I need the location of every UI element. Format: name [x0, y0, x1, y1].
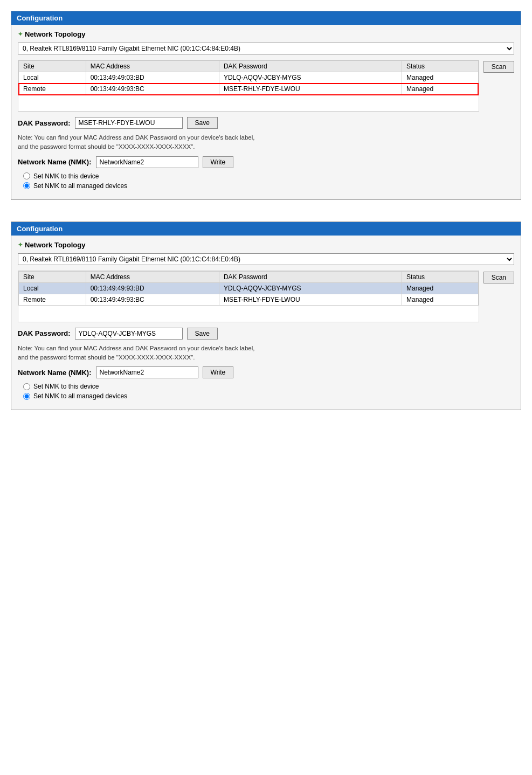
scan-button-2[interactable]: Scan [483, 272, 514, 283]
section-label-1: Network Topology [18, 30, 514, 38]
scan-area-1: Scan [479, 60, 514, 117]
table-row[interactable]: Local00:13:49:49:03:BDYDLQ-AQQV-JCBY-MYG… [19, 72, 479, 84]
table-cell-dak: YDLQ-AQQV-JCBY-MYGS [219, 282, 402, 294]
col-dak-1: DAK Password [219, 61, 402, 72]
nmk-input-1[interactable] [96, 156, 198, 168]
table-cell-mac: 00:13:49:49:93:BD [86, 282, 219, 294]
table-cell-site: Local [19, 282, 86, 294]
nmk-row-2: Network Name (NMK): Write [18, 366, 514, 378]
table-cell-site: Remote [19, 84, 86, 95]
section-label-2: Network Topology [18, 241, 514, 249]
nic-select-1[interactable]: 0, Realtek RTL8169/8110 Family Gigabit E… [18, 43, 514, 54]
config-body-2: Network Topology 0, Realtek RTL8169/8110… [11, 236, 521, 410]
device-table-1: Site MAC Address DAK Password Status Loc… [18, 60, 479, 95]
table-cell-site: Local [19, 72, 86, 84]
nmk-label-2: Network Name (NMK): [18, 369, 92, 377]
table-cell-dak: MSET-RHLY-FDYE-LWOU [219, 294, 402, 305]
config-header-2: Configuration [11, 222, 521, 236]
device-table-area-1: Site MAC Address DAK Password Status Loc… [18, 60, 479, 112]
table-cell-dak: MSET-RHLY-FDYE-LWOU [219, 84, 402, 95]
config-title-2: Configuration [17, 225, 63, 233]
radio-this-device-2[interactable] [23, 383, 30, 390]
dak-row-2: DAK Password: Save [18, 328, 514, 340]
dak-input-1[interactable] [75, 117, 183, 129]
nic-selector-row-1: 0, Realtek RTL8169/8110 Family Gigabit E… [18, 43, 514, 54]
col-status-1: Status [402, 61, 479, 72]
dak-input-2[interactable] [75, 328, 183, 340]
table-cell-status: Managed [402, 294, 479, 305]
nmk-input-2[interactable] [96, 366, 198, 378]
table-scan-row-2: Site MAC Address DAK Password Status Loc… [18, 271, 514, 328]
table-header-row-2: Site MAC Address DAK Password Status [19, 271, 479, 282]
nmk-row-1: Network Name (NMK): Write [18, 156, 514, 168]
radio-row-1a: Set NMK to this device [18, 172, 514, 180]
table-cell-dak: YDLQ-AQQV-JCBY-MYGS [219, 72, 402, 84]
table-row[interactable]: Remote00:13:49:49:93:BCMSET-RHLY-FDYE-LW… [19, 84, 479, 95]
radio-this-device-label-2: Set NMK to this device [33, 383, 99, 390]
radio-row-1b: Set NMK to all managed devices [18, 182, 514, 190]
table-cell-mac: 00:13:49:49:03:BD [86, 72, 219, 84]
note-text-2: Note: You can find your MAC Address and … [18, 344, 514, 363]
col-dak-2: DAK Password [219, 271, 402, 282]
table-empty-space-1 [18, 95, 479, 111]
write-button-1[interactable]: Write [203, 156, 234, 168]
config-header-1: Configuration [11, 11, 521, 25]
dak-row-1: DAK Password: Save [18, 117, 514, 129]
radio-all-devices-2[interactable] [23, 393, 30, 400]
dak-label-2: DAK Password: [18, 329, 71, 337]
device-table-area-2: Site MAC Address DAK Password Status Loc… [18, 271, 479, 322]
col-status-2: Status [402, 271, 479, 282]
table-scan-row-1: Site MAC Address DAK Password Status Loc… [18, 60, 514, 117]
scan-area-2: Scan [479, 271, 514, 328]
radio-row-2a: Set NMK to this device [18, 383, 514, 390]
config-body-1: Network Topology 0, Realtek RTL8169/8110… [11, 25, 521, 199]
radio-row-2b: Set NMK to all managed devices [18, 392, 514, 400]
table-cell-status: Managed [402, 282, 479, 294]
table-row[interactable]: Remote00:13:49:49:93:BCMSET-RHLY-FDYE-LW… [19, 294, 479, 305]
note-text-1: Note: You can find your MAC Address and … [18, 133, 514, 152]
table-cell-status: Managed [402, 84, 479, 95]
save-button-1[interactable]: Save [187, 117, 218, 129]
radio-this-device-label-1: Set NMK to this device [33, 172, 99, 180]
nmk-label-1: Network Name (NMK): [18, 158, 92, 166]
table-cell-mac: 00:13:49:49:93:BC [86, 294, 219, 305]
save-button-2[interactable]: Save [187, 328, 218, 340]
table-cell-status: Managed [402, 72, 479, 84]
config-panel-1: Configuration Network Topology 0, Realte… [11, 11, 521, 200]
table-row[interactable]: Local00:13:49:49:93:BDYDLQ-AQQV-JCBY-MYG… [19, 282, 479, 294]
col-site-1: Site [19, 61, 86, 72]
table-cell-mac: 00:13:49:49:93:BC [86, 84, 219, 95]
radio-this-device-1[interactable] [23, 172, 30, 179]
col-mac-2: MAC Address [86, 271, 219, 282]
radio-all-devices-1[interactable] [23, 182, 30, 189]
col-site-2: Site [19, 271, 86, 282]
device-table-2: Site MAC Address DAK Password Status Loc… [18, 271, 479, 306]
nic-selector-row-2: 0, Realtek RTL8169/8110 Family Gigabit E… [18, 253, 514, 265]
radio-all-devices-label-2: Set NMK to all managed devices [33, 392, 127, 400]
config-panel-2: Configuration Network Topology 0, Realte… [11, 222, 521, 411]
nic-select-2[interactable]: 0, Realtek RTL8169/8110 Family Gigabit E… [18, 253, 514, 265]
dak-label-1: DAK Password: [18, 119, 71, 127]
table-empty-space-2 [18, 306, 479, 322]
radio-all-devices-label-1: Set NMK to all managed devices [33, 182, 127, 190]
scan-button-1[interactable]: Scan [483, 61, 514, 73]
config-title-1: Configuration [17, 14, 63, 22]
table-header-row-1: Site MAC Address DAK Password Status [19, 61, 479, 72]
write-button-2[interactable]: Write [203, 366, 234, 378]
page-wrapper: Configuration Network Topology 0, Realte… [11, 11, 521, 410]
col-mac-1: MAC Address [86, 61, 219, 72]
table-cell-site: Remote [19, 294, 86, 305]
